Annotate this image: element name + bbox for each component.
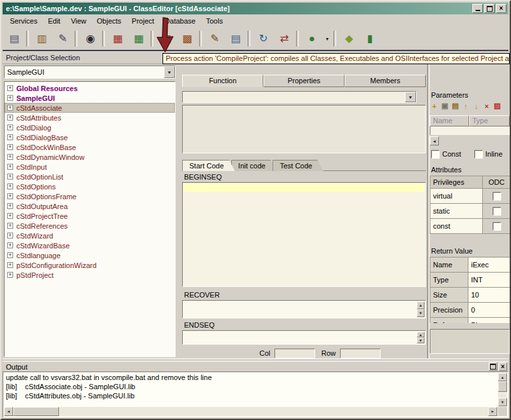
recover-scrollbar[interactable]: ▲ ▼ [417,301,425,317]
function-description-area[interactable] [182,105,426,153]
expand-icon[interactable]: + [7,262,13,268]
compile-all-button[interactable]: ▩ [178,30,197,48]
move-up-button[interactable]: ↑ [461,101,470,111]
refresh-button[interactable]: ↻ [254,30,273,48]
output-close-button[interactable]: × [499,362,507,371]
col-input[interactable] [274,349,315,358]
return-value[interactable]: INT [468,273,511,287]
expand-icon[interactable]: + [7,144,13,150]
caret-line[interactable] [183,183,425,192]
export-button[interactable]: ▤ [227,30,245,48]
editor-button[interactable]: ✎ [54,30,72,48]
endseq-scrollbar[interactable]: ▲ ▼ [417,332,425,343]
import-button[interactable]: ◆ [340,30,358,48]
menu-objects[interactable]: Objects [92,16,126,26]
const-checkbox[interactable] [431,150,440,159]
parameters-column-name[interactable]: Name [430,115,469,126]
toolbar-dropdown-arrow[interactable]: ▼ [324,30,331,48]
class-tree[interactable]: +Global Resources+SampleGUI+cStdAssociat… [4,81,176,357]
row-input[interactable] [340,349,381,358]
minimize-button[interactable] [472,4,483,13]
run-button[interactable]: ● [303,30,321,48]
tree-item-cstdattributes[interactable]: +cStdAttributes [5,113,175,123]
checkbox-static[interactable] [493,207,501,216]
tree-item-cstddynamicwindow[interactable]: +cStdDynamicWindow [5,152,175,162]
tree-item-cstdprojecttree[interactable]: +cStdProjectTree [5,211,175,221]
restore-button[interactable] [484,4,495,13]
scroll-thumb[interactable] [13,407,59,416]
expand-icon[interactable]: + [7,124,13,130]
tree-item-cstdassociate[interactable]: +cStdAssociate [5,103,175,113]
scroll-down-button[interactable]: ▼ [498,398,507,406]
endseq-editor[interactable]: ▲ ▼ [182,330,426,345]
scroll-right-button[interactable]: ► [488,407,497,416]
menu-view[interactable]: View [66,16,92,26]
tree-item-cstddialog[interactable]: +cStdDialog [5,123,175,132]
copy-parameter-button[interactable]: ▣ [440,101,449,111]
scroll-up-icon[interactable]: ▲ [417,301,425,309]
expand-icon[interactable]: + [7,105,13,111]
scroll-up-button[interactable]: ▲ [498,373,507,381]
build-project-button[interactable]: ▦ [109,30,127,48]
expand-icon[interactable]: + [7,213,13,219]
return-value[interactable]: iExec [468,258,511,272]
expand-icon[interactable]: + [7,203,13,209]
beginseq-editor[interactable] [182,182,426,287]
tab-properties[interactable]: Properties [263,75,345,87]
expand-icon[interactable]: + [7,95,13,101]
menu-services[interactable]: Services [5,16,43,26]
output-float-button[interactable] [489,362,497,371]
tree-item-cstddockwinbase[interactable]: +cStdDockWinBase [5,142,175,152]
output-line[interactable]: [lib] cStdAssociate.obj - SampleGUI.lib [4,382,497,391]
project-selector[interactable]: SampleGUI ▼ [4,66,176,79]
code-tab-test-code[interactable]: Test Code [273,160,324,171]
expand-icon[interactable]: + [7,134,13,140]
expand-icon[interactable]: + [7,85,13,91]
checkbox-virtual[interactable] [493,192,501,200]
expand-icon[interactable]: + [7,174,13,180]
tree-item-cstdinput[interactable]: +cStdInput [5,162,175,172]
parameters-list[interactable] [430,126,510,135]
tree-item-cstdoutputarea[interactable]: +cStdOutputArea [5,201,175,211]
session-button[interactable]: ◉ [81,30,100,48]
expand-icon[interactable]: + [7,252,13,258]
return-value[interactable]: 10 [468,288,511,302]
parameters-scroll-left-button[interactable]: ◄ [430,136,439,145]
output-horizontal-scrollbar[interactable]: ◄ ► [4,407,497,416]
menu-tools[interactable]: Tools [200,16,228,26]
tab-function[interactable]: Function [182,75,263,87]
expand-icon[interactable]: + [7,164,13,170]
parameters-column-type[interactable]: Type [469,115,510,126]
expand-icon[interactable]: + [7,223,13,229]
tree-item-global-resources[interactable]: +Global Resources [5,83,175,93]
close-button[interactable]: × [496,4,506,13]
output-body[interactable]: update call to vsvars32.bat in vscompile… [3,372,508,417]
project-selector-arrow-button[interactable]: ▼ [164,66,175,78]
clear-parameters-button[interactable]: ▨ [493,101,502,111]
build-workspace-button[interactable]: ▦ [130,30,148,48]
tree-item-cstdoptionlist[interactable]: +cStdOptionList [5,172,175,181]
generate-code-button[interactable]: ✎ [206,30,224,48]
menu-edit[interactable]: Edit [43,16,66,26]
code-tab-init-code[interactable]: Init code [231,160,277,171]
expand-icon[interactable]: + [7,242,13,248]
scroll-left-button[interactable]: ◄ [4,407,13,416]
expand-icon[interactable]: + [7,233,13,239]
scroll-down-icon[interactable]: ▼ [417,309,425,317]
status-button[interactable]: ▮ [361,30,379,48]
tree-item-cstdoptionsframe[interactable]: +cStdOptionsFrame [5,191,175,201]
title-bar[interactable]: e:\Sample\Sample.dev : SampleGUI - Class… [3,3,508,14]
move-down-button[interactable]: ↓ [472,101,481,111]
add-parameter-button[interactable]: + [430,101,439,111]
paste-parameter-button[interactable]: ▤ [451,101,460,111]
inline-checkbox[interactable] [474,150,483,159]
function-selector[interactable]: ▼ [182,91,417,103]
output-line[interactable]: update call to vsvars32.bat in vscompile… [4,373,497,382]
code-tab-start-code[interactable]: Start Code [182,160,235,171]
recover-editor[interactable]: ▲ ▼ [182,300,426,318]
tree-item-cstdreferences[interactable]: +cStdReferences [5,221,175,231]
tree-item-cstddialogbase[interactable]: +cStdDialogBase [5,132,175,142]
class-list-button[interactable]: ▤ [5,30,24,48]
tree-item-pstdconfigurationwizard[interactable]: +pStdConfigurationWizard [5,260,175,270]
expand-icon[interactable]: + [7,154,13,160]
